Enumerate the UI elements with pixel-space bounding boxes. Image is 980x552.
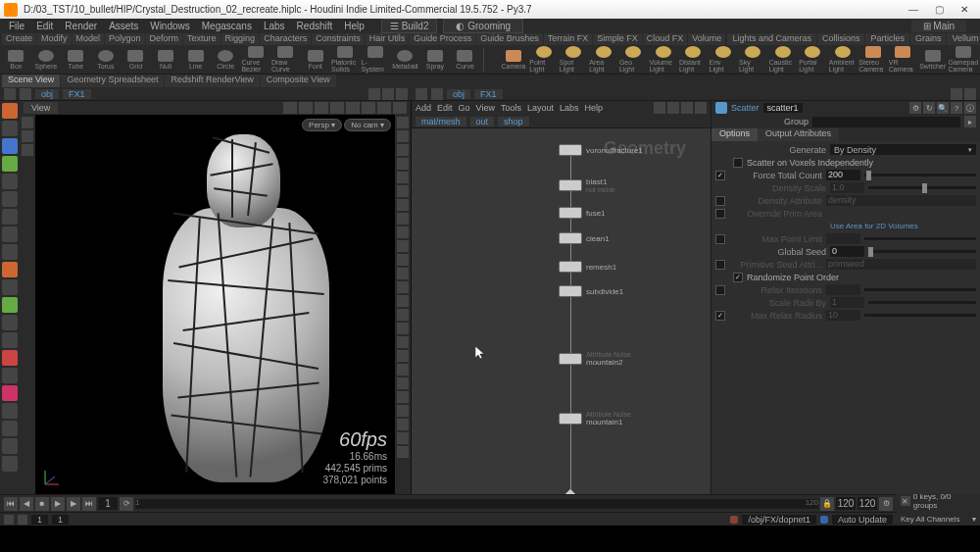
shelf-tool-box[interactable]: Box	[2, 46, 30, 74]
rotate-tool-icon[interactable]	[2, 174, 18, 189]
display-tool-icon[interactable]	[397, 144, 409, 156]
node-subdivide[interactable]: subdivide1	[559, 285, 623, 297]
timeline-track[interactable]: 1 120	[135, 499, 818, 509]
cook-path[interactable]: /obj/FX/dopnet1	[742, 515, 816, 525]
shelf-tool-curve[interactable]: Curve	[451, 46, 479, 74]
select-tool-icon[interactable]	[2, 138, 18, 154]
range-end-field[interactable]: 120	[858, 497, 877, 510]
shelf-tool-gamepad[interactable]: Gamepad Camera	[949, 46, 978, 74]
node-voronoifracture[interactable]: voronoifracture1	[559, 144, 643, 156]
snap-tool-icon[interactable]	[2, 315, 18, 330]
scale-tool-icon[interactable]	[2, 191, 18, 207]
shelf-tool-line[interactable]: Line	[181, 46, 210, 74]
menu-file[interactable]: File	[4, 20, 29, 32]
display-tool-icon[interactable]	[397, 309, 409, 321]
ghost-icon[interactable]	[315, 102, 328, 114]
node-blast[interactable]: blast1not inside	[559, 177, 615, 193]
display-tool-icon[interactable]	[397, 391, 409, 403]
net-menu-labs[interactable]: Labs	[560, 103, 579, 113]
update-mode-select[interactable]: Auto Update	[832, 515, 893, 525]
override-prim-checkbox[interactable]	[715, 209, 725, 219]
max-relax-checkbox[interactable]	[715, 311, 725, 321]
minimize-button[interactable]: —	[902, 3, 925, 17]
density-attr-checkbox[interactable]	[715, 196, 725, 206]
prim-seed-checkbox[interactable]	[715, 260, 725, 270]
node-name-field[interactable]: scatter1	[763, 103, 803, 113]
net-menu-layout[interactable]: Layout	[527, 103, 554, 113]
shelf-tool-vr-camera[interactable]: VR Camera	[889, 46, 917, 74]
node-remesh[interactable]: remesh1	[559, 261, 616, 273]
display-tool-icon[interactable]	[397, 364, 409, 376]
shelf-tab[interactable]: Modify	[37, 33, 72, 45]
shelf-tab[interactable]: Vellum	[947, 33, 980, 45]
shelf-tool-switcher[interactable]: Switcher	[918, 46, 947, 74]
shelf-tool-torus[interactable]: Torus	[92, 46, 121, 74]
status-toggle-icon[interactable]	[4, 515, 14, 525]
group-field[interactable]	[812, 117, 960, 127]
menu-help[interactable]: Help	[339, 20, 369, 32]
info-icon[interactable]	[695, 102, 707, 114]
desktop-selector[interactable]: ☰ Build2	[381, 19, 438, 33]
camera-tool-icon[interactable]	[2, 456, 18, 472]
radial-selector[interactable]: ◐ Grooming	[443, 19, 523, 33]
record-tool-icon[interactable]	[2, 350, 18, 366]
network-canvas[interactable]: Geometry voronoifracture1 blast1not insi…	[412, 128, 710, 494]
display-tool-icon[interactable]	[397, 350, 409, 362]
node-mountain2[interactable]: Attribute Noisemountain2	[559, 351, 631, 367]
range-lock-button[interactable]: 🔒	[820, 497, 834, 511]
gear-icon[interactable]	[396, 88, 408, 100]
shelf-tab[interactable]: Simple FX	[593, 33, 642, 45]
relax-iter-slider[interactable]	[864, 288, 976, 291]
shelf-tab[interactable]: Cloud FX	[643, 33, 688, 45]
sticky-icon[interactable]	[667, 102, 679, 114]
menu-icon[interactable]	[393, 102, 407, 114]
net-path-seg[interactable]: shop	[498, 117, 529, 126]
shelf-tab[interactable]: Model	[73, 33, 105, 45]
prim-seed-field[interactable]: primseed	[826, 259, 976, 270]
play-button[interactable]: ▶	[51, 497, 65, 511]
net-menu-help[interactable]: Help	[584, 103, 603, 113]
max-point-limit-field[interactable]	[826, 233, 860, 244]
path-node[interactable]: FX1	[63, 89, 91, 99]
display-tool-icon[interactable]	[397, 268, 409, 279]
display-tool-icon[interactable]	[397, 254, 409, 266]
vp-render[interactable]: Persp ▾ No cam ▾	[35, 115, 395, 494]
next-frame-button[interactable]: ▶	[67, 497, 80, 511]
shelf-tool-metaball[interactable]: Metaball	[391, 46, 419, 74]
shelf-tool-curve-bezier[interactable]: Curve Bezier	[241, 46, 270, 74]
view-tab[interactable]: View	[24, 102, 58, 114]
realtime-toggle-button[interactable]: ⟳	[120, 497, 133, 511]
help-icon[interactable]: ?	[951, 102, 962, 114]
density-scale-field[interactable]: 1.0	[830, 182, 864, 193]
persp-button[interactable]: Persp ▾	[302, 119, 342, 131]
display-tool-icon[interactable]	[397, 240, 409, 252]
ctx-tab-scene-view[interactable]: Scene View	[2, 75, 60, 87]
path-node[interactable]: FX1	[474, 89, 503, 99]
group-menu-icon[interactable]: ▸	[964, 116, 976, 127]
vp-tool-icon[interactable]	[22, 144, 33, 156]
shelf-tool-sky-light[interactable]: Sky Light	[739, 46, 767, 74]
shelf-tool-caustic-light[interactable]: Caustic Light	[769, 46, 798, 74]
ctx-tab-redshift[interactable]: Redshift RenderView	[165, 75, 259, 87]
expand-icon[interactable]	[964, 88, 976, 100]
param-tab-output[interactable]: Output Attributes	[758, 128, 839, 141]
ctx-tab-composite[interactable]: Composite View	[261, 75, 336, 87]
link-icon[interactable]	[382, 88, 394, 100]
back-icon[interactable]	[4, 88, 16, 100]
forward-icon[interactable]	[431, 88, 443, 100]
lasso-tool-icon[interactable]	[2, 226, 18, 242]
shelf-tool-sphere[interactable]: Sphere	[32, 46, 61, 74]
display-tool-icon[interactable]	[397, 226, 409, 238]
shelf-tool-tube[interactable]: Tube	[62, 46, 90, 74]
netbox-icon[interactable]	[681, 102, 693, 114]
display-tool-icon[interactable]	[397, 446, 409, 458]
sculpt-tool-icon[interactable]	[2, 279, 18, 295]
net-menu-go[interactable]: Go	[459, 103, 470, 113]
display-tool-icon[interactable]	[397, 405, 409, 417]
arrow-tool-icon[interactable]	[2, 209, 18, 225]
no-cam-button[interactable]: No cam ▾	[344, 119, 391, 131]
move-tool-icon[interactable]	[2, 156, 18, 172]
vp-tool-icon[interactable]	[22, 130, 33, 142]
render-icon[interactable]	[362, 102, 375, 114]
paint-tool-icon[interactable]	[2, 262, 18, 277]
